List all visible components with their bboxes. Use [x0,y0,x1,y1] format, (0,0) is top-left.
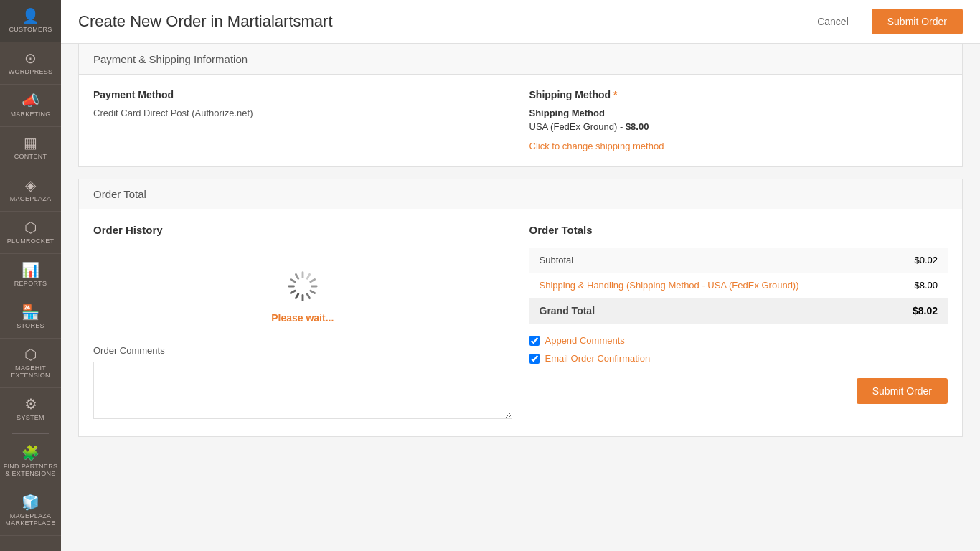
submit-order-button-bottom[interactable]: Submit Order [857,378,948,404]
sidebar-item-plumrocket[interactable]: ⬡ PLUMROCKET [0,212,61,254]
append-comments-label[interactable]: Append Comments [545,335,625,346]
totals-row-label: Subtotal [529,248,890,273]
spinner: .sp-seg { transform-origin: 25px 25px; } [286,269,320,303]
svg-line-1 [311,279,315,281]
svg-line-10 [296,274,298,278]
sidebar-item-stores[interactable]: 🏪 STORES [0,296,61,339]
marketplace-icon: 🧊 [22,495,39,509]
totals-row-amount: $8.00 [890,273,948,298]
order-total-grid: Order History .sp-seg { transform-origin… [93,224,948,422]
system-icon: ⚙ [24,397,37,411]
order-totals-header: Order Totals [529,224,948,236]
totals-row-label: Shipping & Handling (Shipping Method - U… [529,273,890,298]
email-confirmation-checkbox[interactable] [529,354,540,364]
shipping-method-column: Shipping Method * Shipping Method USA (F… [529,89,948,152]
shipping-amount: $8.00 [626,121,649,132]
page-content: Payment & Shipping Information Payment M… [61,44,980,551]
sidebar-item-marketplace[interactable]: 🧊 MAGEPLAZA MARKETPLACE [0,486,61,536]
submit-order-button-top[interactable]: Submit Order [872,9,963,34]
table-row: Shipping & Handling (Shipping Method - U… [529,273,948,298]
checkbox-group: Append Comments Email Order Confirmation [529,335,948,364]
mageplaza-icon: ◈ [25,178,36,192]
sidebar-item-label: CUSTOMERS [9,26,52,33]
sidebar-item-system[interactable]: ⚙ SYSTEM [0,388,61,430]
order-total-section-header: Order Total [79,179,962,209]
payment-method-value: Credit Card Direct Post (Authorize.net) [93,108,512,118]
sidebar-item-partners[interactable]: 🧩 FIND PARTNERS & EXTENSIONS [0,437,61,486]
grand-total-row: Grand Total $8.02 [529,298,948,324]
marketing-icon: 📣 [22,93,39,108]
order-comments-textarea[interactable] [93,362,512,419]
svg-line-9 [291,279,295,281]
shipping-handling-link[interactable]: Shipping & Handling (Shipping Method - U… [540,280,799,291]
reports-icon: 📊 [22,263,39,277]
required-star: * [613,89,617,100]
order-total-section: Order Total Order History .sp-seg { [78,179,963,437]
sidebar: 👤 CUSTOMERS ⊙ WORDPRESS 📣 MARKETING ▦ CO… [0,0,61,551]
sidebar-item-label: FIND PARTNERS & EXTENSIONS [3,463,58,477]
partners-icon: 🧩 [22,446,39,460]
cancel-button[interactable]: Cancel [806,10,860,33]
change-shipping-method-link[interactable]: Click to change shipping method [529,141,664,151]
order-total-body: Order History .sp-seg { transform-origin… [79,209,962,436]
wordpress-icon: ⊙ [24,51,37,65]
page-title: Create New Order in Martialartsmart [78,12,333,31]
order-totals-column: Order Totals Subtotal $0.02 Shipping & H… [529,224,948,422]
sidebar-item-label: WORDPRESS [9,68,53,75]
payment-shipping-columns: Payment Method Credit Card Direct Post (… [93,89,948,152]
svg-line-6 [296,294,298,298]
order-history-header: Order History [93,224,512,236]
grand-total-amount: $8.02 [890,298,948,324]
page-header: Create New Order in Martialartsmart Canc… [61,0,980,44]
table-row: Subtotal $0.02 [529,248,948,273]
payment-shipping-section: Payment & Shipping Information Payment M… [78,44,963,167]
spinner-segments [284,268,321,305]
sidebar-item-label: MARKETING [10,110,50,118]
payment-method-label: Payment Method [93,89,512,100]
sidebar-item-label: MAGEPLAZA MARKETPLACE [3,512,58,527]
content-icon: ▦ [24,136,37,150]
sidebar-item-label: CONTENT [14,153,47,160]
grand-total-label: Grand Total [529,298,890,324]
svg-line-7 [291,291,295,293]
please-wait-text: Please wait... [271,312,334,324]
sidebar-item-label: SYSTEM [17,414,44,421]
customers-icon: 👤 [22,9,39,23]
order-totals-table: Subtotal $0.02 Shipping & Handling (Ship… [529,248,948,324]
payment-shipping-body: Payment Method Credit Card Direct Post (… [79,75,962,166]
email-confirmation-checkbox-item: Email Order Confirmation [529,353,948,364]
append-comments-checkbox-item: Append Comments [529,335,948,346]
payment-method-column: Payment Method Credit Card Direct Post (… [93,89,512,152]
email-confirmation-label[interactable]: Email Order Confirmation [545,353,651,364]
svg-line-3 [311,291,315,293]
sidebar-item-label: STORES [17,322,44,329]
sidebar-item-label: REPORTS [14,280,47,287]
sidebar-item-wordpress[interactable]: ⊙ WORDPRESS [0,42,61,85]
header-actions: Cancel Submit Order [806,9,963,34]
payment-shipping-section-header: Payment & Shipping Information [79,44,962,75]
magehit-icon: ⬡ [24,347,37,362]
order-comments-label: Order Comments [93,345,512,356]
sidebar-item-marketing[interactable]: 📣 MARKETING [0,85,61,127]
order-history-column: Order History .sp-seg { transform-origin… [93,224,512,422]
sidebar-item-magehit[interactable]: ⬡ MAGEHIT EXTENSION [0,339,61,388]
svg-line-4 [307,294,309,298]
loading-indicator: .sp-seg { transform-origin: 25px 25px; } [93,248,512,345]
sidebar-item-label: MAGEPLAZA [10,195,52,202]
sidebar-item-reports[interactable]: 📊 REPORTS [0,254,61,296]
shipping-sub-label: Shipping Method [529,108,948,118]
sidebar-item-customers[interactable]: 👤 CUSTOMERS [0,0,61,42]
main-content: Create New Order in Martialartsmart Canc… [61,0,980,551]
shipping-value: USA (FedEx Ground) - $8.00 [529,121,948,132]
totals-row-amount: $0.02 [890,248,948,273]
append-comments-checkbox[interactable] [529,336,540,346]
sidebar-item-content[interactable]: ▦ CONTENT [0,127,61,169]
svg-line-0 [307,274,309,278]
sidebar-item-label: MAGEHIT EXTENSION [3,364,58,379]
shipping-method-label: Shipping Method * [529,89,948,100]
plumrocket-icon: ⬡ [24,220,37,235]
stores-icon: 🏪 [22,305,39,319]
sidebar-item-mageplaza[interactable]: ◈ MAGEPLAZA [0,169,61,212]
spinner-svg: .sp-seg { transform-origin: 25px 25px; } [279,263,326,310]
submit-bottom-area: Submit Order [529,378,948,404]
